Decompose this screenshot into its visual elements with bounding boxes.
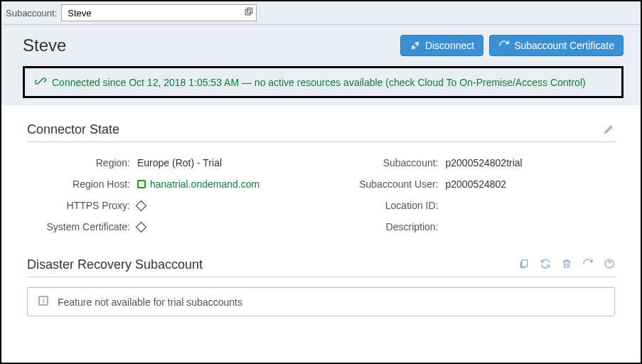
trash-icon[interactable]	[561, 258, 572, 272]
region-label: Region:	[27, 157, 137, 168]
sync-icon[interactable]	[540, 258, 551, 272]
diamond-icon	[136, 200, 147, 211]
https-proxy-value	[137, 202, 145, 210]
status-square-icon	[137, 180, 146, 188]
system-certificate-value	[137, 223, 145, 231]
svg-rect-0	[245, 10, 250, 15]
subaccount-input[interactable]	[61, 4, 257, 21]
connection-status-text: Connected since Oct 12, 2018 1:05:53 AM …	[52, 77, 586, 88]
subaccount-label: Subaccount:	[6, 8, 57, 18]
connector-right-column: Subaccount: p2000524802trial Subaccount …	[336, 152, 616, 237]
https-proxy-label: HTTPS Proxy:	[27, 200, 137, 211]
info-icon	[38, 295, 49, 309]
refresh-icon	[498, 40, 510, 51]
help-icon[interactable]	[604, 258, 615, 272]
system-certificate-label: System Certificate:	[27, 221, 137, 232]
disconnect-button[interactable]: Disconnect	[400, 35, 483, 56]
region-host-label: Region Host:	[27, 178, 137, 190]
subaccount-user-label: Subaccount User:	[336, 178, 446, 190]
connector-left-column: Region: Europe (Rot) - Trial Region Host…	[27, 152, 307, 237]
page-title: Steve	[23, 36, 66, 55]
connected-icon	[35, 75, 46, 89]
reload-icon[interactable]	[582, 258, 594, 272]
subaccount-field-label: Subaccount:	[336, 157, 446, 168]
popout-icon[interactable]	[244, 7, 254, 19]
content-area: Connector State Region: Europe (Rot) - T…	[1, 105, 641, 333]
disaster-recovery-title: Disaster Recovery Subaccount	[27, 257, 203, 272]
description-label: Description:	[336, 221, 446, 232]
subaccount-field-value: p2000524802trial	[446, 157, 523, 168]
disaster-recovery-info-text: Feature not available for trial subaccou…	[58, 296, 242, 308]
disaster-recovery-info: Feature not available for trial subaccou…	[27, 287, 615, 316]
connector-state-title: Connector State	[27, 122, 119, 137]
subaccount-topbar: Subaccount:	[1, 1, 641, 25]
connector-state-header: Connector State	[27, 122, 615, 142]
region-value: Europe (Rot) - Trial	[137, 157, 222, 168]
region-host-text: hanatrial.ondemand.com	[150, 178, 260, 190]
edit-icon[interactable]	[604, 123, 615, 136]
disconnect-icon	[410, 40, 421, 51]
location-id-label: Location ID:	[336, 200, 446, 211]
subaccount-certificate-button[interactable]: Subaccount Certificate	[489, 35, 624, 56]
svg-rect-1	[247, 8, 252, 13]
subaccount-certificate-button-label: Subaccount Certificate	[514, 40, 614, 51]
copy-icon[interactable]	[518, 258, 530, 272]
connection-status-bar: Connected since Oct 12, 2018 1:05:53 AM …	[23, 66, 624, 98]
svg-rect-2	[522, 260, 528, 267]
region-host-value[interactable]: hanatrial.ondemand.com	[137, 178, 260, 190]
svg-point-4	[609, 266, 609, 267]
diamond-icon	[136, 221, 147, 232]
subaccount-user-value: p2000524802	[446, 178, 507, 190]
disconnect-button-label: Disconnect	[425, 40, 474, 51]
svg-point-6	[43, 299, 43, 299]
disaster-recovery-header: Disaster Recovery Subaccount	[27, 257, 615, 277]
header-area: Steve Disconnect	[1, 25, 641, 105]
